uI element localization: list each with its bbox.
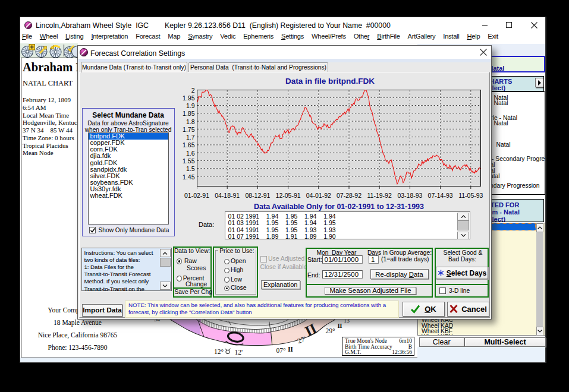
svg-text:12': 12' xyxy=(235,349,243,356)
svg-text:29°: 29° xyxy=(326,327,336,334)
svg-text:II: II xyxy=(288,345,293,353)
svg-text:12°: 12° xyxy=(214,348,224,355)
svg-text:II: II xyxy=(338,322,342,329)
svg-text:07°: 07° xyxy=(276,347,287,354)
